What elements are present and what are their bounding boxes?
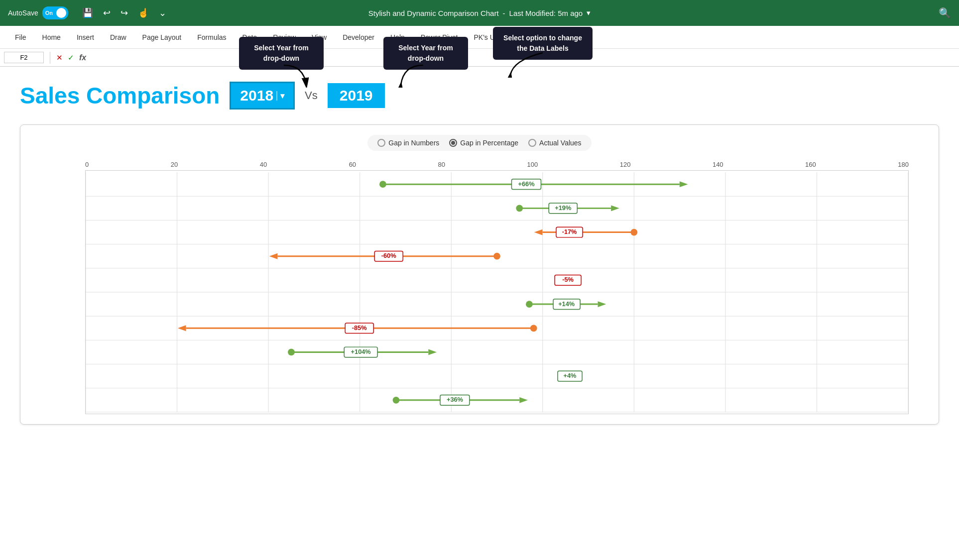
menu-insert[interactable]: Insert [70, 30, 101, 44]
toggle-on-text: On [45, 10, 53, 16]
menu-file[interactable]: File [8, 30, 33, 44]
arrow-p8 [428, 349, 437, 355]
more-icon[interactable]: ⌄ [157, 5, 168, 20]
radio-gap-numbers[interactable]: Gap in Numbers [377, 139, 439, 147]
callout-datalabel-arrow [508, 50, 548, 80]
chart-area: 0 20 40 60 80 100 120 140 160 180 [35, 161, 924, 414]
x-axis-labels: 0 20 40 60 80 100 120 140 160 180 [85, 161, 909, 168]
radio-options-row: Gap in Numbers Gap in Percentage Actual … [367, 135, 591, 151]
year1-dropdown-arrow: ▾ [276, 91, 284, 101]
menu-developer[interactable]: Developer [336, 30, 381, 44]
autosave-area: AutoSave On [8, 6, 68, 19]
menu-draw[interactable]: Draw [103, 30, 133, 44]
callout-year2-arrow [398, 63, 428, 90]
menu-pagelayout[interactable]: Page Layout [135, 30, 189, 44]
sales-comparison-title: Sales Comparison [20, 82, 220, 109]
sales-comparison-row: Sales Comparison 2018 ▾ Vs 2019 [20, 82, 939, 110]
x-label-40: 40 [260, 161, 267, 168]
menu-formulas[interactable]: Formulas [190, 30, 233, 44]
save-icon[interactable]: 💾 [80, 5, 95, 20]
redo-icon[interactable]: ↪ [119, 5, 130, 20]
sales-header-area: Select Year from drop-down Select Year f… [20, 82, 939, 110]
arrow-p3 [534, 229, 543, 235]
x-label-80: 80 [438, 161, 445, 168]
radio-actual-values[interactable]: Actual Values [528, 139, 582, 147]
year2-display[interactable]: 2019 [328, 83, 385, 108]
badge-p1: +66% [518, 180, 535, 188]
chart-container: Gap in Numbers Gap in Percentage Actual … [20, 124, 939, 425]
vs-label: Vs [305, 89, 318, 102]
top-bar-title-area: Stylish and Dynamic Comparison Chart - L… [368, 8, 591, 17]
callout-year2: Select Year from drop-down [383, 37, 468, 70]
radio-circle-numbers [377, 139, 385, 147]
menu-bar: File Home Insert Draw Page Layout Formul… [0, 26, 959, 49]
x-label-180: 180 [898, 161, 909, 168]
badge-p9: +4% [564, 372, 577, 379]
radio-circle-actual [528, 139, 536, 147]
document-title: Stylish and Dynamic Comparison Chart [368, 9, 499, 17]
main-content: Select Year from drop-down Select Year f… [0, 67, 959, 435]
arrow-p7 [178, 325, 186, 331]
x-label-20: 20 [171, 161, 178, 168]
top-bar: AutoSave On 💾 ↩ ↪ ☝ ⌄ Stylish and Dynami… [0, 0, 959, 26]
x-label-120: 120 [620, 161, 631, 168]
callout-year1-arrow [279, 63, 309, 90]
undo-icon[interactable]: ↩ [101, 5, 113, 20]
badge-p8: +104% [351, 348, 371, 355]
title-chevron[interactable]: ▾ [587, 8, 591, 17]
badge-p5: -5% [562, 276, 574, 283]
arrow-p10 [519, 397, 528, 403]
function-icon[interactable]: fx [79, 53, 86, 62]
chart-svg: Product-1 Product-2 Product-3 Product-4 … [85, 170, 909, 414]
toggle-knob [56, 8, 66, 18]
last-modified: Last Modified: 5m ago [509, 9, 583, 17]
top-bar-icons: 💾 ↩ ↪ ☝ ⌄ [80, 5, 168, 20]
badge-p10: +36% [447, 396, 464, 403]
title-separator: - [503, 9, 505, 17]
badge-p3: -17% [562, 228, 577, 235]
x-label-140: 140 [713, 161, 723, 168]
arrow-p2 [611, 205, 619, 211]
callout-year1: Select Year from drop-down [239, 37, 324, 70]
cancel-formula-icon[interactable]: ✕ [56, 53, 63, 62]
cell-reference[interactable] [4, 52, 44, 63]
autosave-toggle[interactable]: On [42, 6, 68, 19]
autosave-label: AutoSave [8, 9, 38, 17]
arrow-p6 [598, 301, 606, 307]
formula-icons: ✕ ✓ fx [56, 53, 86, 62]
arrow-p1 [680, 181, 688, 187]
radio-circle-percentage [449, 139, 457, 147]
search-button[interactable]: 🔍 [939, 7, 951, 19]
touch-icon[interactable]: ☝ [136, 5, 151, 20]
badge-p2: +19% [555, 204, 572, 212]
x-label-0: 0 [85, 161, 89, 168]
formula-bar: ✕ ✓ fx [0, 49, 959, 67]
x-label-60: 60 [349, 161, 356, 168]
x-label-160: 160 [805, 161, 816, 168]
badge-p7: -85% [352, 324, 367, 332]
badge-p6: +14% [558, 300, 575, 308]
formula-divider [50, 52, 50, 64]
radio-gap-percentage[interactable]: Gap in Percentage [449, 139, 518, 147]
callout-datalabel: Select option to change the Data Labels [493, 27, 593, 60]
badge-p4: -60% [381, 252, 396, 259]
x-label-100: 100 [527, 161, 538, 168]
arrow-p4 [269, 253, 278, 259]
confirm-formula-icon[interactable]: ✓ [68, 53, 74, 62]
menu-home[interactable]: Home [35, 30, 68, 44]
